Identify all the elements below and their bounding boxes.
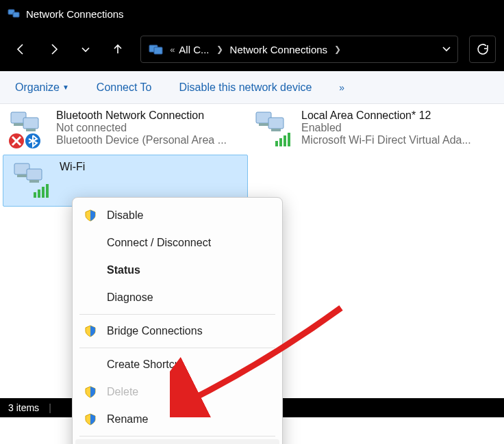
svg-rect-17 [288,133,290,146]
address-bar[interactable]: « All C... ❯ Network Connections ❯ [140,36,458,63]
svg-rect-13 [271,129,281,131]
svg-rect-22 [34,192,36,198]
svg-rect-20 [17,174,27,177]
ctx-disable[interactable]: Disable [75,202,279,229]
connection-status: Enabled [301,122,483,134]
connection-name: Local Area Connection* 12 [301,109,483,122]
svg-rect-19 [27,169,42,180]
svg-rect-15 [279,138,282,146]
address-dropdown-button[interactable] [441,43,452,56]
svg-rect-16 [284,135,286,146]
connection-item-bluetooth[interactable]: Bluetooth Network Connection Not connect… [0,104,245,155]
status-item-count: 3 items [8,402,39,413]
ctx-label: Rename [107,413,148,426]
network-adapter-icon [10,161,53,200]
ctx-create-shortcut[interactable]: Create Shortcut [75,351,279,378]
window-title: Network Connections [26,8,124,20]
context-menu: Disable Connect / Disconnect Status Diag… [72,197,283,444]
shield-icon [82,324,99,338]
more-commands-button[interactable]: » [339,82,346,93]
svg-rect-12 [259,123,268,126]
address-segment-1[interactable]: All C... [179,44,209,55]
ctx-separator [79,348,275,348]
network-adapter-icon [252,109,294,149]
ctx-label: Status [107,264,140,276]
ctx-label: Diagnose [107,291,153,304]
forward-button[interactable] [40,36,67,63]
ctx-separator [79,314,275,315]
connect-to-label: Connect To [97,81,152,94]
ctx-separator [79,436,275,436]
command-toolbar: Organize ▼ Connect To Disable this netwo… [0,71,504,104]
ctx-label: Create Shortcut [107,358,184,371]
chevron-down-icon: ▼ [62,83,69,91]
ctx-rename[interactable]: Rename [75,406,279,433]
ctx-label: Disable [107,209,143,222]
svg-rect-3 [154,47,162,54]
recent-locations-button[interactable] [73,36,99,63]
more-label: » [339,82,346,93]
svg-rect-25 [46,184,49,198]
svg-rect-11 [268,118,284,129]
ctx-label: Connect / Disconnect [107,237,211,249]
navigation-bar: « All C... ❯ Network Connections ❯ [0,27,504,71]
chevron-right-icon[interactable]: ❯ [331,44,344,54]
up-button[interactable] [104,36,131,63]
connection-status: Not connected [56,122,238,134]
svg-rect-14 [275,141,278,146]
disable-device-label: Disable this network device [179,81,312,94]
ctx-label: Delete [107,386,138,398]
ctx-delete: Delete [75,378,279,406]
connection-name: Wi-Fi [60,161,240,173]
disable-device-button[interactable]: Disable this network device [179,81,312,94]
network-adapter-icon [7,109,49,149]
svg-rect-21 [29,180,39,183]
status-separator: | [49,402,51,413]
connection-name: Bluetooth Network Connection [56,109,238,122]
organize-label: Organize [15,81,60,94]
svg-rect-23 [38,190,40,198]
title-bar: Network Connections [0,0,504,27]
chevron-right-icon[interactable]: ❯ [214,44,226,54]
refresh-button[interactable] [469,36,496,63]
ctx-connect-disconnect[interactable]: Connect / Disconnect [75,229,279,257]
shield-icon [82,413,99,426]
address-ellipsis: « [170,44,175,55]
svg-rect-6 [14,123,23,126]
connection-device: Microsoft Wi-Fi Direct Virtual Ada... [301,134,483,146]
svg-rect-5 [23,118,38,129]
shield-icon [82,209,99,222]
ctx-bridge-connections[interactable]: Bridge Connections [75,317,279,345]
svg-rect-7 [26,129,36,131]
ctx-diagnose[interactable]: Diagnose [75,284,279,311]
network-connections-icon [7,7,21,21]
connect-to-button[interactable]: Connect To [97,81,152,94]
connection-device: Bluetooth Device (Personal Area ... [56,134,238,146]
connection-item-local-area[interactable]: Local Area Connection* 12 Enabled Micros… [245,104,490,155]
svg-rect-24 [42,187,45,198]
ctx-properties[interactable]: Properties [75,439,279,444]
shield-icon [82,385,99,399]
back-button[interactable] [8,36,35,63]
organize-menu[interactable]: Organize ▼ [15,81,69,94]
ctx-status[interactable]: Status [75,257,279,284]
ctx-label: Bridge Connections [107,325,203,337]
svg-rect-1 [13,12,19,17]
address-segment-2[interactable]: Network Connections [230,44,328,55]
address-folder-icon [147,43,166,55]
